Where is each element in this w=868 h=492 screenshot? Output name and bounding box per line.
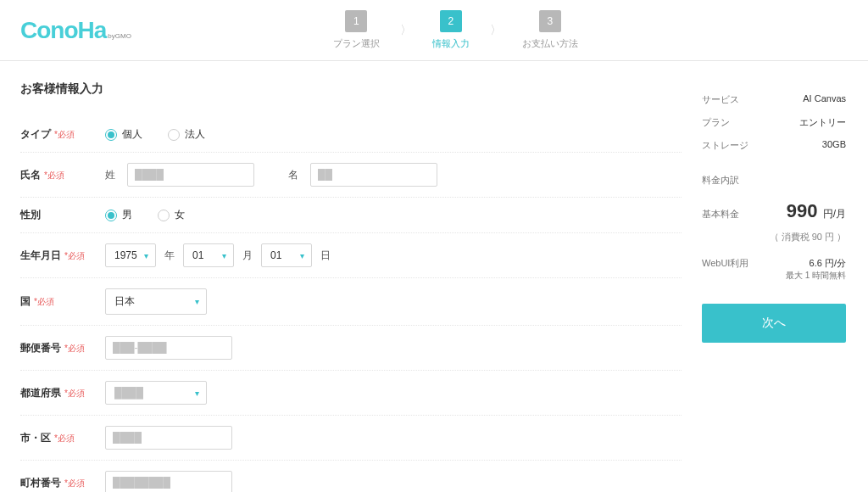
price-breakdown-title: 料金内訳 <box>702 174 846 187</box>
base-price-label: 基本料金 <box>702 208 739 221</box>
logo-text: ConoHa <box>20 17 106 44</box>
radio-female[interactable]: 女 <box>158 208 185 222</box>
summary-service-value: AI Canvas <box>803 93 846 106</box>
chevron-right-icon: 〉 <box>490 23 502 38</box>
input-postal[interactable] <box>105 336 232 360</box>
input-city[interactable] <box>105 426 232 450</box>
row-birth: 生年月日*必須 1975▾ 年 01▾ 月 01▾ 日 <box>20 233 682 278</box>
webui-label: WebUI利用 <box>702 257 748 270</box>
label-surname: 姓 <box>105 168 115 182</box>
label-postal: 郵便番号*必須 <box>20 341 105 355</box>
row-country: 国*必須 日本▾ <box>20 278 682 326</box>
section-title: お客様情報入力 <box>20 81 682 97</box>
chevron-down-icon: ▾ <box>195 389 199 398</box>
label-city: 市・区*必須 <box>20 431 105 445</box>
form-main: お客様情報入力 タイプ*必須 個人 法人 氏名*必須 姓 名 性別 男 女 <box>20 81 682 492</box>
step-label: お支払い方法 <box>522 37 578 50</box>
row-street: 町村番号*必須 <box>20 461 682 492</box>
logo: ConoHa byGMO <box>20 17 131 44</box>
label-gender: 性別 <box>20 208 105 222</box>
input-surname[interactable] <box>127 163 254 187</box>
select-day[interactable]: 01▾ <box>261 243 312 267</box>
row-city: 市・区*必須 <box>20 416 682 461</box>
next-button[interactable]: 次へ <box>702 304 846 343</box>
row-prefecture: 都道府県*必須 ████▾ <box>20 371 682 416</box>
label-prefecture: 都道府県*必須 <box>20 386 105 400</box>
step-label: 情報入力 <box>432 37 470 50</box>
select-prefecture[interactable]: ████▾ <box>105 381 207 405</box>
select-country[interactable]: 日本▾ <box>105 288 207 315</box>
step-indicator: 1 プラン選択 〉 2 情報入力 〉 3 お支払い方法 <box>165 10 746 50</box>
chevron-right-icon: 〉 <box>400 23 412 38</box>
step-info: 2 情報入力 <box>432 10 470 50</box>
row-type: タイプ*必須 個人 法人 <box>20 117 682 153</box>
label-birth: 生年月日*必須 <box>20 249 105 263</box>
summary-plan-value: エントリー <box>799 116 846 129</box>
tax-note: （ 消費税 90 円 ） <box>702 231 846 243</box>
chevron-down-icon: ▾ <box>300 251 304 260</box>
step-plan: 1 プラン選択 <box>333 10 380 50</box>
label-street: 町村番号*必須 <box>20 476 105 490</box>
summary-storage-value: 30GB <box>822 139 846 152</box>
header: ConoHa byGMO 1 プラン選択 〉 2 情報入力 〉 3 お支払い方法 <box>0 0 868 61</box>
summary-storage-label: ストレージ <box>702 139 748 152</box>
label-name: 氏名*必須 <box>20 168 105 182</box>
chevron-down-icon: ▾ <box>195 297 199 306</box>
label-givenname: 名 <box>288 168 298 182</box>
step-number: 1 <box>345 10 367 32</box>
webui-value: 6.6 円/分 最大 1 時間無料 <box>786 257 846 282</box>
chevron-down-icon: ▾ <box>144 251 148 260</box>
logo-subtext: byGMO <box>108 32 131 40</box>
select-month[interactable]: 01▾ <box>183 243 234 267</box>
radio-male[interactable]: 男 <box>105 208 132 222</box>
label-type: タイプ*必須 <box>20 127 105 142</box>
step-number: 2 <box>440 10 462 32</box>
select-year[interactable]: 1975▾ <box>105 243 156 267</box>
row-name: 氏名*必須 姓 名 <box>20 153 682 198</box>
plan-summary: サービスAI Canvas プランエントリー ストレージ30GB 料金内訳 基本… <box>702 81 846 492</box>
row-gender: 性別 男 女 <box>20 198 682 233</box>
summary-plan-label: プラン <box>702 116 730 129</box>
input-givenname[interactable] <box>310 163 437 187</box>
radio-corporate[interactable]: 法人 <box>168 127 205 142</box>
step-number: 3 <box>539 10 561 32</box>
row-postal: 郵便番号*必須 <box>20 326 682 371</box>
input-street[interactable] <box>105 471 232 492</box>
chevron-down-icon: ▾ <box>222 251 226 260</box>
base-price-value: 990 円/月 <box>787 200 846 222</box>
label-country: 国*必須 <box>20 294 105 309</box>
radio-individual[interactable]: 個人 <box>105 127 142 142</box>
step-payment: 3 お支払い方法 <box>522 10 578 50</box>
step-label: プラン選択 <box>333 37 380 50</box>
summary-service-label: サービス <box>702 93 739 106</box>
